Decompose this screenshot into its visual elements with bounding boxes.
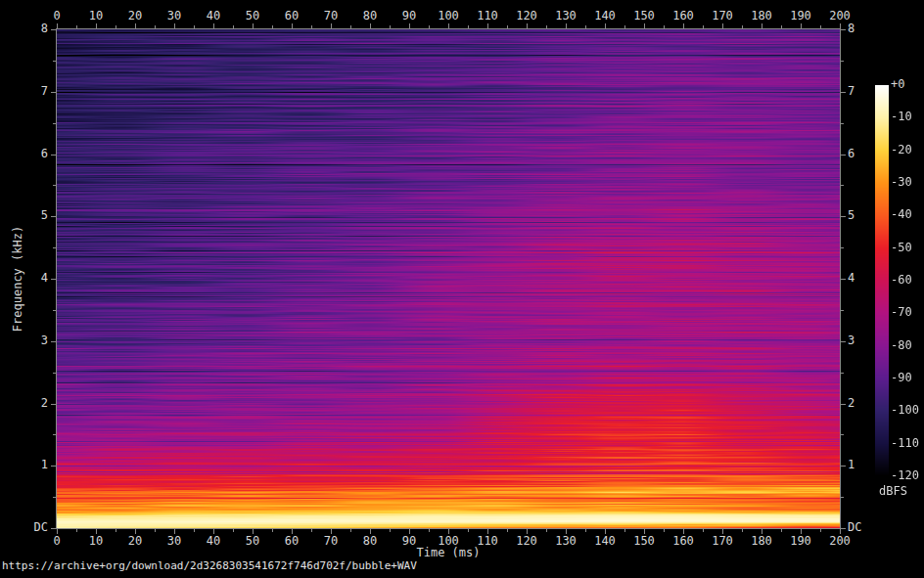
- x-minor-tick-top: [76, 25, 77, 28]
- x-tick-label-bottom: 180: [751, 535, 772, 548]
- x-major-tick-top: [683, 23, 684, 28]
- x-tick-label-bottom: 60: [285, 535, 299, 548]
- y-minor-tick-right: [841, 185, 844, 186]
- y-major-tick-right: [841, 155, 846, 156]
- y-major-tick-right: [841, 92, 846, 93]
- x-minor-tick-top: [155, 25, 156, 28]
- y-major-tick-left: [51, 279, 56, 280]
- x-major-tick-top: [292, 23, 293, 28]
- colorbar-tick-label: -120: [891, 469, 919, 482]
- y-tick-label-right: 7: [848, 85, 855, 98]
- x-minor-tick-bottom: [742, 529, 743, 532]
- x-tick-label-top: 100: [438, 10, 459, 22]
- colorbar-canvas: [875, 85, 889, 476]
- x-major-tick-top: [174, 23, 175, 28]
- x-tick-label-bottom: 20: [128, 535, 142, 548]
- x-tick-label-bottom: 90: [402, 535, 416, 548]
- y-minor-tick-right: [841, 247, 844, 248]
- y-major-tick-right: [841, 341, 846, 342]
- y-tick-label-right: 1: [848, 459, 855, 471]
- x-minor-tick-bottom: [76, 529, 77, 532]
- x-tick-label-top: 160: [672, 10, 694, 22]
- y-minor-tick-right: [841, 497, 844, 498]
- x-tick-label-bottom: 150: [633, 535, 655, 548]
- y-major-tick-right: [841, 216, 846, 217]
- x-tick-label-top: 60: [285, 10, 299, 22]
- x-major-tick-top: [213, 23, 214, 28]
- x-minor-tick-top: [350, 25, 351, 28]
- y-minor-tick-left: [53, 434, 56, 435]
- x-tick-label-top: 170: [712, 10, 733, 22]
- y-tick-label-right: 8: [848, 22, 855, 35]
- colorbar-title: dBFS: [879, 485, 907, 498]
- colorbar-tick-label: -110: [891, 437, 919, 450]
- x-major-tick-top: [722, 23, 723, 28]
- x-major-tick-top: [566, 23, 567, 28]
- x-tick-label-top: 120: [516, 10, 537, 22]
- y-tick-label-right: 2: [848, 397, 855, 410]
- x-tick-label-top: 150: [633, 10, 655, 22]
- x-major-tick-top: [527, 23, 528, 28]
- x-tick-label-bottom: 120: [516, 535, 537, 548]
- y-major-tick-right: [841, 404, 846, 405]
- y-tick-label-left: 4: [20, 272, 48, 285]
- spectrogram-canvas: [57, 29, 840, 528]
- x-minor-tick-bottom: [820, 529, 821, 532]
- x-major-tick-top: [96, 23, 97, 28]
- x-minor-tick-bottom: [703, 529, 704, 532]
- x-minor-tick-bottom: [664, 529, 665, 532]
- x-minor-tick-bottom: [116, 529, 116, 532]
- y-minor-tick-right: [841, 123, 844, 124]
- x-minor-tick-bottom: [585, 529, 586, 532]
- x-tick-label-top: 130: [555, 10, 577, 22]
- x-minor-tick-top: [820, 25, 821, 28]
- y-major-tick-left: [51, 341, 56, 342]
- y-tick-label-right: 5: [848, 209, 855, 222]
- y-tick-label-right: 3: [848, 334, 855, 347]
- x-major-tick-top: [409, 23, 410, 28]
- x-minor-tick-top: [468, 25, 469, 28]
- colorbar-tick-label: -90: [891, 372, 912, 384]
- x-tick-label-bottom: 140: [594, 535, 616, 548]
- x-minor-tick-bottom: [155, 529, 156, 532]
- x-tick-label-bottom: 30: [167, 535, 181, 548]
- x-minor-tick-bottom: [546, 529, 547, 532]
- y-tick-label-left: 3: [20, 334, 48, 347]
- x-minor-tick-bottom: [311, 529, 312, 532]
- y-major-tick-right: [841, 279, 846, 280]
- y-major-tick-left: [51, 404, 56, 405]
- x-tick-label-bottom: 170: [712, 535, 733, 548]
- y-tick-label-left: DC: [20, 521, 48, 534]
- x-tick-label-bottom: 190: [790, 535, 811, 548]
- x-minor-tick-bottom: [233, 529, 234, 532]
- x-major-tick-top: [135, 23, 136, 28]
- x-minor-tick-top: [664, 25, 665, 28]
- x-tick-label-bottom: 80: [363, 535, 377, 548]
- x-major-tick-top: [448, 23, 449, 28]
- y-minor-tick-right: [841, 434, 844, 435]
- x-minor-tick-top: [703, 25, 704, 28]
- x-minor-tick-top: [194, 25, 195, 28]
- y-major-tick-right: [841, 528, 846, 529]
- x-tick-label-top: 110: [477, 10, 498, 22]
- x-minor-tick-top: [742, 25, 743, 28]
- x-minor-tick-top: [781, 25, 782, 28]
- y-tick-label-left: 5: [20, 209, 48, 222]
- x-tick-label-top: 190: [790, 10, 811, 22]
- y-tick-label-right: 4: [848, 272, 855, 285]
- x-minor-tick-bottom: [624, 529, 625, 532]
- x-major-tick-top: [57, 23, 58, 28]
- x-tick-label-bottom: 50: [246, 535, 259, 548]
- x-minor-tick-top: [624, 25, 625, 28]
- colorbar-tick-label: -80: [891, 339, 912, 352]
- x-major-tick-top: [840, 23, 841, 28]
- x-major-tick-top: [253, 23, 254, 28]
- y-tick-label-right: DC: [848, 521, 861, 534]
- x-minor-tick-bottom: [781, 529, 782, 532]
- y-tick-label-left: 8: [20, 22, 48, 35]
- colorbar-tick-label: -30: [891, 176, 912, 189]
- x-major-tick-top: [762, 23, 762, 28]
- x-minor-tick-top: [507, 25, 508, 28]
- x-tick-label-top: 140: [594, 10, 616, 22]
- x-major-tick-top: [801, 23, 802, 28]
